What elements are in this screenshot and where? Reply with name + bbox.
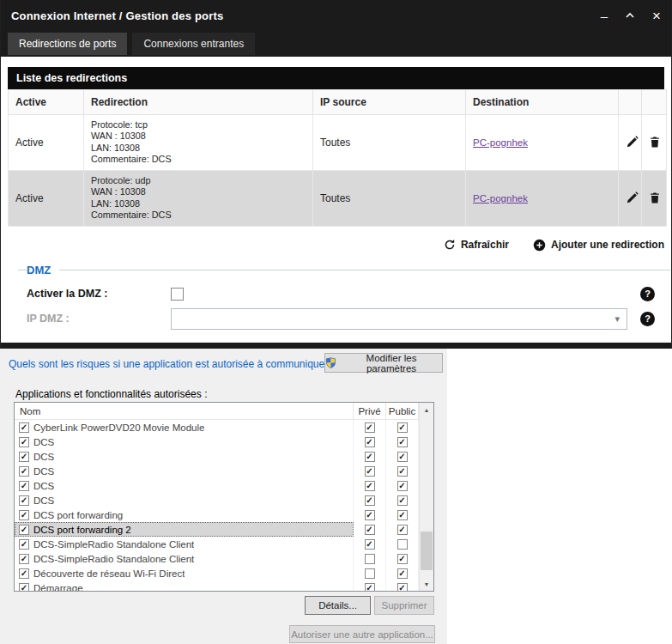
close-icon[interactable]: × [652,9,661,23]
public-checkbox[interactable] [397,568,408,579]
app-checkbox[interactable] [19,466,29,477]
app-checkbox[interactable] [19,583,29,592]
app-name-cell[interactable]: CyberLink PowerDVD20 Movie Module [15,420,354,434]
private-checkbox[interactable] [365,422,375,433]
maximize-icon[interactable] [625,10,635,21]
public-checkbox[interactable] [397,481,408,491]
firewall-help-link[interactable]: Quels sont les risques si une applicatio… [9,358,336,370]
app-row[interactable]: DCS [15,464,419,478]
table-header-row: Active Redirection IP source Destination [9,90,667,115]
edit-button[interactable] [619,115,642,171]
scrollbar-thumb[interactable] [421,532,433,570]
app-checkbox[interactable] [19,437,29,447]
public-checkbox[interactable] [397,495,408,506]
active-cell: Active [9,170,84,226]
tab-connexions-entrantes[interactable]: Connexions entrantes [132,33,255,55]
private-cell [354,434,386,449]
redirections-tbody: Active Protocole: tcpWAN : 10308LAN: 103… [9,115,667,227]
public-checkbox[interactable] [397,437,408,447]
app-checkbox[interactable] [19,554,29,564]
app-row[interactable]: DCS [15,449,419,464]
app-name-cell[interactable]: Découverte de réseau Wi-Fi Direct [15,566,354,580]
col-active: Active [9,90,84,115]
private-checkbox[interactable] [365,554,375,564]
app-row[interactable]: DCS port forwarding 2 [15,522,419,537]
public-checkbox[interactable] [397,525,408,535]
app-checkbox[interactable] [19,422,29,433]
private-checkbox[interactable] [365,568,375,579]
app-row[interactable]: CyberLink PowerDVD20 Movie Module [15,420,419,434]
col-public[interactable]: Public [386,403,419,419]
col-prive[interactable]: Privé [354,403,386,419]
app-row[interactable]: DCS [15,434,419,449]
public-checkbox[interactable] [397,539,408,550]
edit-button[interactable] [619,170,642,226]
private-checkbox[interactable] [365,466,375,477]
dmz-ip-combobox[interactable]: ▾ [171,308,627,330]
app-checkbox[interactable] [19,495,29,506]
help-icon[interactable]: ? [640,312,655,326]
private-checkbox[interactable] [365,583,375,592]
app-name-cell[interactable]: DCS port forwarding 2 [15,522,354,537]
public-checkbox[interactable] [397,554,408,564]
app-checkbox[interactable] [19,481,29,491]
app-name-cell[interactable]: DCS-SimpleRadio Standalone Client [15,537,354,551]
public-checkbox[interactable] [397,510,408,520]
app-checkbox[interactable] [19,539,29,550]
app-row[interactable]: DCS [15,478,419,493]
vertical-scrollbar[interactable]: ▲ ▼ [419,403,433,591]
details-button[interactable]: Détails... [305,596,371,615]
app-row[interactable]: DCS port forwarding [15,507,419,522]
public-cell [386,566,419,580]
app-checkbox[interactable] [19,452,29,462]
app-row[interactable]: Découverte de réseau Wi-Fi Direct [15,566,419,580]
app-name-cell[interactable]: DCS port forwarding [15,507,354,522]
delete-button[interactable] [642,115,667,171]
app-name: Découverte de réseau Wi-Fi Direct [33,568,185,579]
private-checkbox[interactable] [365,525,375,535]
app-row[interactable]: Démarrage [15,580,419,591]
scroll-down-icon[interactable]: ▼ [420,577,433,591]
app-name-cell[interactable]: DCS [15,478,354,493]
app-name-cell[interactable]: DCS [15,449,354,464]
private-checkbox[interactable] [365,539,375,550]
private-checkbox[interactable] [365,437,375,447]
private-checkbox[interactable] [365,510,375,520]
allow-other-app-button[interactable]: Autoriser une autre application... [289,625,435,643]
app-row[interactable]: DCS [15,493,419,507]
app-name: DCS [33,495,54,506]
change-settings-button[interactable]: Modifier les paramètres [324,353,443,373]
public-checkbox[interactable] [397,422,408,433]
app-name-cell[interactable]: DCS-SimpleRadio Standalone Client [15,551,354,566]
scroll-up-icon[interactable]: ▲ [420,403,433,416]
private-cell [354,566,386,580]
help-icon[interactable]: ? [640,287,655,301]
app-row[interactable]: DCS-SimpleRadio Standalone Client [15,537,419,551]
private-checkbox[interactable] [365,481,375,491]
refresh-button[interactable]: Rafraîchir [444,239,509,252]
public-checkbox[interactable] [397,466,408,477]
col-nom[interactable]: Nom [15,403,354,419]
dmz-enable-checkbox[interactable] [171,288,184,301]
app-name: DCS [33,452,54,462]
app-checkbox[interactable] [19,510,29,520]
app-name-cell[interactable]: DCS [15,434,354,449]
app-name-cell[interactable]: Démarrage [15,580,354,591]
public-checkbox[interactable] [397,583,408,592]
private-checkbox[interactable] [365,495,375,506]
add-redirection-button[interactable]: Ajouter une redirection [533,239,664,252]
app-row[interactable]: DCS-SimpleRadio Standalone Client [15,551,419,566]
tab-redirections-de-ports[interactable]: Redirections de ports [8,33,127,55]
remove-button[interactable]: Supprimer [374,596,434,615]
private-checkbox[interactable] [365,452,375,462]
app-name-cell[interactable]: DCS [15,493,354,507]
router-window: Connexion Internet / Gestion des ports –… [0,0,672,349]
minimize-icon[interactable]: – [601,9,608,22]
destination-link[interactable]: PC-pognhek [473,137,528,148]
app-name-cell[interactable]: DCS [15,464,354,478]
delete-button[interactable] [642,170,667,226]
app-checkbox[interactable] [19,568,29,579]
public-checkbox[interactable] [397,452,408,462]
app-checkbox[interactable] [19,525,29,535]
destination-link[interactable]: PC-pognhek [473,193,528,204]
